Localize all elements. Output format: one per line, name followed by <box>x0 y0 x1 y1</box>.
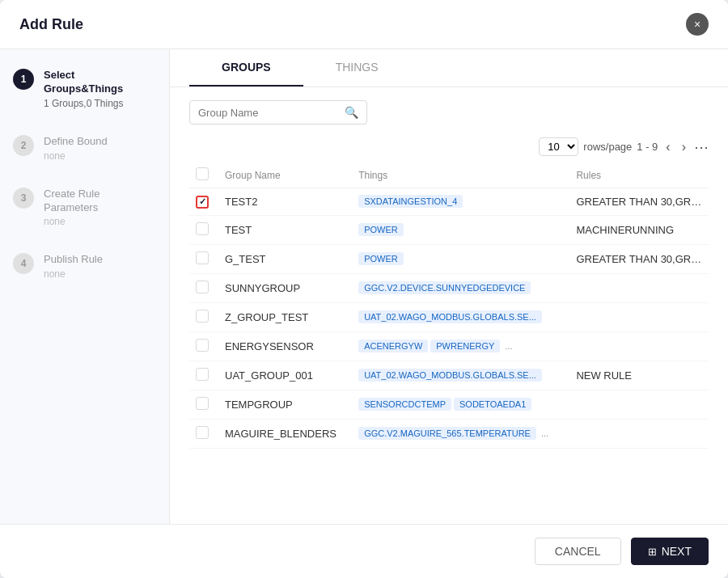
step-4: 4 Publish Rule none <box>13 253 156 280</box>
row-checkbox-8[interactable] <box>196 426 209 439</box>
thing-tag: SENSORCDCTEMP <box>358 398 451 411</box>
things-cell: GGC.V2.DEVICE.SUNNYEDGEDEVICE <box>352 273 569 302</box>
step-3-label: Create Rule Parameters <box>44 188 156 215</box>
rules-cell <box>569 331 709 361</box>
group-name-cell: UAT_GROUP_001 <box>218 361 352 390</box>
row-checkbox-1[interactable] <box>196 222 209 235</box>
table-wrapper: Group Name Things Rules ✓TEST2SXDATAINGE… <box>170 162 728 449</box>
table-controls: 10 20 50 rows/page 1 - 9 ‹ › ⋯ <box>170 131 728 162</box>
thing-tag: POWER <box>358 252 404 265</box>
group-name-cell: TEST <box>218 215 352 244</box>
modal-footer: CANCEL ⊞ NEXT <box>0 524 728 578</box>
step-2: 2 Define Bound none <box>13 135 156 162</box>
group-name-cell: TEMPGROUP <box>218 390 352 419</box>
th-group-name: Group Name <box>218 162 352 188</box>
search-box: 🔍 <box>189 100 367 124</box>
rules-cell <box>569 302 709 331</box>
row-checkbox-5[interactable] <box>196 339 209 352</box>
next-button[interactable]: ⊞ NEXT <box>631 538 709 565</box>
thing-tag: GGC.V2.DEVICE.SUNNYEDGEDEVICE <box>358 281 531 294</box>
step-1: 1 Select Groups&Things 1 Groups,0 Things <box>13 69 156 109</box>
more-options-button[interactable]: ⋯ <box>694 138 709 156</box>
tab-things[interactable]: THINGS <box>303 49 411 86</box>
group-name-cell: TEST2 <box>218 188 352 216</box>
cancel-button[interactable]: CANCEL <box>535 538 621 565</box>
rules-cell: NEW RULE <box>569 361 709 390</box>
table-row: UAT_GROUP_001UAT_02.WAGO_MODBUS.GLOBALS.… <box>189 361 709 390</box>
row-checkbox-2[interactable] <box>196 251 209 264</box>
tab-groups[interactable]: GROUPS <box>189 49 303 86</box>
th-checkbox <box>189 162 218 188</box>
row-checkbox-7[interactable] <box>196 397 209 410</box>
step-3-circle: 3 <box>13 188 34 209</box>
close-button[interactable]: × <box>686 13 709 36</box>
thing-tag: UAT_02.WAGO_MODBUS.GLOBALS.SE... <box>358 310 542 323</box>
main-content: GROUPS THINGS 🔍 10 20 50 rows/page 1 - 9 <box>170 49 728 524</box>
checkmark-icon: ✓ <box>199 196 206 207</box>
thing-tag: PWRENERGY <box>430 340 500 352</box>
things-cell: SENSORCDCTEMPSODETOAEDA1 <box>352 390 569 419</box>
step-1-circle: 1 <box>13 69 34 90</box>
row-checkbox-0[interactable]: ✓ <box>196 196 209 209</box>
table-row: TEMPGROUPSENSORCDCTEMPSODETOAEDA1 <box>189 390 709 419</box>
step-2-label: Define Bound <box>44 135 108 149</box>
search-input[interactable] <box>198 107 341 119</box>
rows-label: rows/page <box>583 141 632 153</box>
thing-tag: SXDATAINGESTION_4 <box>358 195 463 208</box>
rules-cell <box>569 419 709 448</box>
search-area: 🔍 <box>170 87 728 131</box>
add-rule-modal: Add Rule × 1 Select Groups&Things 1 Grou… <box>0 0 728 578</box>
things-cell: UAT_02.WAGO_MODBUS.GLOBALS.SE... <box>352 302 569 331</box>
step-1-info: Select Groups&Things 1 Groups,0 Things <box>44 69 156 109</box>
rules-cell: MACHINERUNNING <box>569 215 709 244</box>
step-2-info: Define Bound none <box>44 135 108 162</box>
step-3: 3 Create Rule Parameters none <box>13 188 156 228</box>
things-cell: POWER <box>352 244 569 273</box>
step-1-label: Select Groups&Things <box>44 69 156 96</box>
things-cell: SXDATAINGESTION_4 <box>352 188 569 216</box>
search-icon: 🔍 <box>345 106 358 119</box>
rows-per-page-select[interactable]: 10 20 50 <box>539 137 578 156</box>
group-name-cell: SUNNYGROUP <box>218 273 352 302</box>
groups-table: Group Name Things Rules ✓TEST2SXDATAINGE… <box>189 162 709 449</box>
table-row: MAGUIRE_BLENDERSGGC.V2.MAGUIRE_565.TEMPE… <box>189 419 709 448</box>
rules-cell: GREATER THAN 30,GREATERO... <box>569 244 709 273</box>
group-name-cell: MAGUIRE_BLENDERS <box>218 419 352 448</box>
rules-cell <box>569 273 709 302</box>
step-2-sub: none <box>44 150 108 162</box>
row-checkbox-3[interactable] <box>196 281 209 293</box>
table-row: ENERGYSENSORACENERGYWPWRENERGY ... <box>189 331 709 361</box>
step-1-sub: 1 Groups,0 Things <box>44 98 156 109</box>
next-page-button[interactable]: › <box>679 138 689 156</box>
rules-cell <box>569 390 709 419</box>
thing-tag: SODETOAEDA1 <box>454 398 531 411</box>
table-row: ✓TEST2SXDATAINGESTION_4GREATER THAN 30,G… <box>189 188 709 216</box>
next-label: NEXT <box>662 545 692 558</box>
rules-cell: GREATER THAN 30,GREATERO... <box>569 188 709 216</box>
step-4-sub: none <box>44 268 103 280</box>
next-icon: ⊞ <box>648 546 657 558</box>
more-tags-indicator: ... <box>539 428 548 438</box>
page-info: 1 - 9 <box>637 141 658 153</box>
table-row: SUNNYGROUPGGC.V2.DEVICE.SUNNYEDGEDEVICE <box>189 273 709 302</box>
row-checkbox-4[interactable] <box>196 310 209 323</box>
table-row: G_TESTPOWERGREATER THAN 30,GREATERO... <box>189 244 709 273</box>
things-cell: ACENERGYWPWRENERGY ... <box>352 331 569 361</box>
table-row: TESTPOWERMACHINERUNNING <box>189 215 709 244</box>
thing-tag: GGC.V2.MAGUIRE_565.TEMPERATURE <box>358 427 536 440</box>
modal-body: 1 Select Groups&Things 1 Groups,0 Things… <box>0 49 728 524</box>
step-3-sub: none <box>44 216 156 227</box>
thing-tag: UAT_02.WAGO_MODBUS.GLOBALS.SE... <box>358 369 542 382</box>
step-4-label: Publish Rule <box>44 253 103 267</box>
table-row: Z_GROUP_TESTUAT_02.WAGO_MODBUS.GLOBALS.S… <box>189 302 709 331</box>
step-4-info: Publish Rule none <box>44 253 103 280</box>
select-all-checkbox[interactable] <box>196 167 209 180</box>
row-checkbox-6[interactable] <box>196 368 209 381</box>
th-rules: Rules <box>569 162 709 188</box>
tabs: GROUPS THINGS <box>170 49 728 87</box>
thing-tag: POWER <box>358 223 404 236</box>
prev-page-button[interactable]: ‹ <box>662 138 673 156</box>
group-name-cell: G_TEST <box>218 244 352 273</box>
more-tags-indicator: ... <box>502 341 512 351</box>
step-4-circle: 4 <box>13 253 34 274</box>
